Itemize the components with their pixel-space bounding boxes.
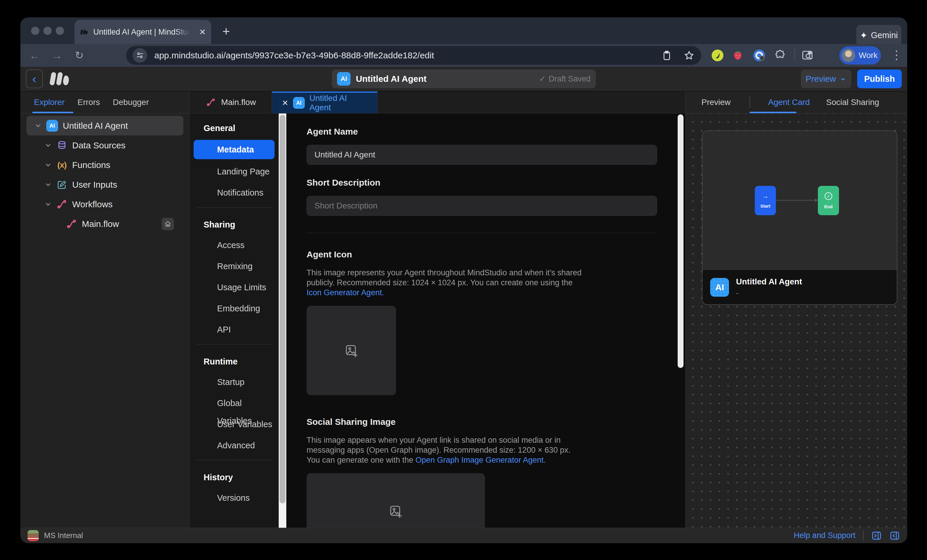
workflow-thumbnail: → Start ✓ End [702,131,897,270]
explorer-sidebar: Explorer Errors Debugger AI Untitled AI … [21,91,190,528]
social-image-label: Social Sharing Image [307,417,685,427]
window-controls [31,27,64,35]
nav-item-landing-page[interactable]: Landing Page [190,163,279,180]
tab-debugger[interactable]: Debugger [113,98,149,107]
nav-divider [196,460,272,460]
nav-section-runtime: Runtime [190,353,279,370]
nav-item-advanced[interactable]: Advanced [190,437,279,454]
og-generator-link[interactable]: Open Graph Image Generator Agent. [415,455,546,464]
close-window-button[interactable] [31,27,39,35]
share-clipboard-icon[interactable] [661,50,672,61]
agent-icon-upload[interactable] [307,306,396,395]
check-icon: ✓ [539,74,546,83]
extension-yellow-icon[interactable] [711,49,724,62]
tab-social-sharing[interactable]: Social Sharing [826,98,879,107]
nav-item-embedding[interactable]: Embedding [190,300,279,317]
agent-title: Untitled AI Agent [356,74,427,84]
agent-card-title: Untitled AI Agent [736,277,802,287]
nav-item-remixing[interactable]: Remixing [190,257,279,275]
section-divider [307,233,657,233]
gemini-label: Gemini [871,30,898,40]
settings-scrollbar-track[interactable] [279,114,286,528]
chevron-down-icon[interactable] [45,142,52,149]
new-tab-button[interactable]: + [222,24,230,39]
bookmark-star-icon[interactable] [684,50,694,61]
close-tab-icon[interactable]: ✕ [282,99,288,108]
tree-item-data-sources[interactable]: Data Sources [21,135,189,155]
draft-status-label: Draft Saved [549,74,591,83]
arrow-right-icon: → [762,193,769,199]
toggle-left-panel-icon[interactable] [871,530,882,541]
nav-item-access[interactable]: Access [190,236,279,254]
editor-tab-agent[interactable]: ✕ AI Untitled AI Agent [272,91,378,113]
nav-item-versions[interactable]: Versions [190,489,279,507]
settings-scrollbar-thumb[interactable] [280,115,286,504]
site-settings-icon[interactable] [132,48,147,63]
tab-explorer[interactable]: Explorer [34,98,65,107]
flow-connector [776,200,818,200]
gemini-button[interactable]: ✦ Gemini [856,25,901,46]
status-bar: MS Internal Help and Support [21,528,907,543]
editor-column: Main.flow ✕ AI Untitled AI Agent General… [190,91,685,528]
tab-agent-card[interactable]: Agent Card [768,98,810,107]
tree-item-functions[interactable]: (x) Functions [21,155,189,175]
toggle-right-panel-icon[interactable] [889,530,900,541]
chevron-down-icon[interactable] [45,201,52,208]
workspace-avatar[interactable] [27,530,39,541]
tab-preview[interactable]: Preview [701,98,731,107]
database-icon [56,140,67,151]
tab-errors[interactable]: Errors [78,98,100,107]
short-description-input[interactable] [307,196,657,216]
address-bar[interactable]: app.mindstudio.ai/agents/9937ce3e-b7e3-4… [126,46,701,65]
editor-tab-main-flow[interactable]: Main.flow [190,91,272,113]
nav-item-api[interactable]: API [190,321,279,338]
tab-close-icon[interactable]: ✕ [199,27,206,37]
tree-item-user-inputs[interactable]: User Inputs [21,175,189,194]
browser-reload-button[interactable]: ↻ [71,47,87,63]
extensions-puzzle-icon[interactable] [774,49,786,62]
url-text[interactable]: app.mindstudio.ai/agents/9937ce3e-b7e3-4… [154,50,434,61]
nav-item-metadata[interactable]: Metadata [194,140,275,159]
agent-name-label: Agent Name [307,127,685,137]
browser-menu-icon[interactable]: ⋮ [891,48,903,62]
social-image-upload[interactable] [307,473,485,528]
chevron-down-icon[interactable] [35,122,42,129]
nav-item-global-variables[interactable]: Global Variables [190,395,279,412]
publish-button[interactable]: Publish [857,70,902,88]
minimize-window-button[interactable] [43,27,52,35]
agent-name-input[interactable] [307,145,657,165]
chevron-down-icon[interactable] [45,162,52,168]
maximize-window-button[interactable] [56,27,64,35]
publish-button-label: Publish [864,74,895,84]
app-header: ‹ AI Untitled AI Agent ✓ Draft Saved Pre… [21,67,907,91]
mindstudio-favicon-icon [80,27,89,36]
nav-item-user-variables[interactable]: User Variables [190,416,279,433]
nav-item-notifications[interactable]: Notifications [190,184,279,202]
tree-item-main-flow[interactable]: Main.flow [21,214,189,234]
tab-divider [749,96,750,108]
workspace-name[interactable]: MS Internal [44,531,83,540]
content-scrollbar-thumb[interactable] [678,114,684,368]
help-and-support-link[interactable]: Help and Support [794,531,856,540]
icon-generator-link[interactable]: Icon Generator Agent. [307,288,384,297]
tree-item-workflows[interactable]: Workflows [21,194,189,214]
browser-profile-button[interactable]: Work [839,46,881,65]
preview-button[interactable]: Preview ⌄ [801,70,851,88]
browser-tab[interactable]: Untitled AI Agent | MindStudio ✕ [74,20,211,44]
browser-back-button[interactable]: ← [26,47,43,63]
agent-title-bar[interactable]: AI Untitled AI Agent ✓ Draft Saved [332,70,596,88]
nav-item-startup[interactable]: Startup [190,373,279,391]
tab-search-icon[interactable] [801,49,816,62]
mindstudio-logo[interactable] [47,70,74,88]
social-image-description: This image appears when your Agent link … [307,435,585,465]
chevron-down-icon[interactable] [45,181,52,188]
nav-section-history: History [190,469,279,486]
agent-card[interactable]: → Start ✓ End AI Untitled AI Agent - [702,131,897,305]
app-back-button[interactable]: ‹ [26,70,43,88]
tree-item-agent-root[interactable]: AI Untitled AI Agent [26,116,183,135]
nav-item-usage-limits[interactable]: Usage Limits [190,279,279,296]
chevron-down-icon: ⌄ [839,73,846,82]
extension-strawberry-icon[interactable] [732,49,744,62]
extension-password-icon[interactable] [753,49,765,62]
browser-forward-button[interactable]: → [49,47,65,63]
